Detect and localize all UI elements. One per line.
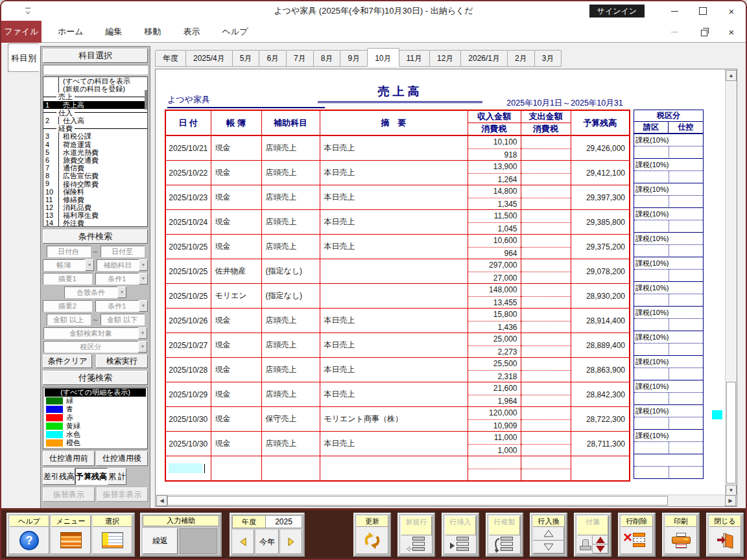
menu-item[interactable]: 編集 [95,21,134,43]
tax-row[interactable]: 課税(10%) [634,257,704,281]
scroll-up-icon[interactable]: ▲ [726,70,737,81]
fusen-search-header[interactable]: 付箋検索 [43,371,148,385]
this-year-button[interactable]: 今年 [255,530,279,554]
month-tab[interactable]: 2025/4月 [185,50,233,67]
tax-row[interactable]: 課税(10%) [634,281,704,306]
fusen-stamp-button[interactable] [577,535,593,554]
ledger-row[interactable]: 2025/10/25 モリエン (指定なし) 148,000 13,455 [165,284,630,309]
account-list-item[interactable]: 売上 [43,93,147,100]
ledger-row[interactable]: 2025/10/21 現金 店頭売上 本日売上 10,100 918 [165,135,630,161]
chevron-down-icon[interactable]: ▾ [85,259,94,271]
account-filter-combo[interactable] [43,65,148,75]
account-list-item[interactable]: 6 旅費交通費 [43,156,147,164]
duplicate-row-button[interactable]: 行複製 [488,515,521,554]
amount-target-select[interactable]: 金額検索対象▾ [43,327,147,339]
chevron-down-icon[interactable]: ▾ [117,286,126,298]
match-condition-select[interactable]: 合致条件▾ [64,286,126,298]
chevron-down-icon[interactable]: ▾ [139,259,148,271]
menu-item[interactable]: ヘルプ [211,21,259,43]
account-list-item[interactable]: (新規の科目を登録) [43,85,147,93]
tax-row[interactable]: 課税(10%) [634,158,704,183]
close-button[interactable]: × [717,1,746,21]
condition1-select[interactable]: 条件1▾ [95,273,148,285]
month-tab[interactable]: 7月 [286,50,314,67]
account-list-item[interactable]: 9 接待交際費 [43,180,147,187]
month-tab[interactable]: 8月 [313,50,341,67]
fusen-show-all[interactable]: (すべての明細を表示) [45,388,146,397]
month-tab[interactable]: 2月 [507,50,535,67]
tax-class-select[interactable]: 税区分▾ [43,341,147,353]
month-tab[interactable]: 11月 [399,50,430,67]
tax-row[interactable]: 課税(10%) [634,207,704,232]
prev-year-button[interactable] [232,530,254,554]
account-list-item[interactable]: (すべての科目を表示 [43,77,147,85]
account-list-item[interactable]: 12 消耗品費 [43,204,147,211]
fusen-down-button[interactable] [593,544,608,554]
before-deduction-button[interactable]: 仕控適用前 [43,451,95,466]
ledger-row[interactable]: 2025/10/30 現金 店頭売上 本日売上 11,000 1,000 [165,432,630,456]
balance-mode-button[interactable]: 予算残高 [75,468,108,485]
chevron-down-icon[interactable]: ▾ [138,341,147,353]
insert-row-button[interactable]: 行挿入 [444,515,477,554]
account-list-item[interactable]: 7 通信費 [43,164,147,172]
ledger-row[interactable]: 2025/10/22 現金 店頭売上 本日売上 13,900 1,264 [165,161,630,185]
swap-down-button[interactable] [533,541,564,554]
menu-file[interactable]: ファイル [1,21,42,43]
account-list-item[interactable]: 11 修繕費 [43,196,147,204]
account-list-item[interactable]: 14 外注費 [43,219,147,227]
child-close-button[interactable]: × [717,22,746,41]
help-button[interactable]: ヘルプ ? [9,515,49,554]
ledger-row[interactable]: 2025/10/28 現金 店頭売上 本日売上 25,500 2,318 [165,358,630,382]
year-value[interactable]: 2025 [266,515,302,528]
account-list-item[interactable]: 仕入 [43,109,147,117]
fusen-color-item[interactable]: 黄緑 [43,422,147,430]
ledger-row[interactable]: 2025/10/26 現金 店頭売上 本日売上 15,800 1,436 [165,309,630,333]
chevron-down-icon[interactable]: ▾ [138,327,147,339]
tax-row[interactable]: 課税(10%) [634,331,704,355]
select-button[interactable]: 選択 [92,515,132,554]
month-tab[interactable]: 12月 [429,50,461,67]
menu-item[interactable]: ホーム [47,21,95,43]
amount-min-field[interactable]: 金額 以上 [47,314,91,325]
chevron-down-icon[interactable]: ▾ [139,300,148,312]
delete-row-button[interactable]: 行削除 × [621,515,653,554]
ledger-row[interactable]: 2025/10/25 佐井物産 (指定なし) 297,000 27,000 [165,259,630,284]
ledger-row[interactable]: 2025/10/30 現金 保守売上 モリエント商事（株） 120,000 10… [165,407,630,432]
ledger-row[interactable]: 2025/10/25 現金 店頭売上 本日売上 10,600 964 [165,235,630,259]
account-list-item[interactable]: 1 売上高 [43,101,147,109]
child-restore-button[interactable] [689,22,717,41]
ledger-row[interactable]: 2025/10/23 現金 店頭売上 本日売上 14,800 1,345 [165,185,630,210]
account-select-header[interactable]: 科目選択 [43,49,148,63]
sub-account-select[interactable]: 補助科目▾ [97,259,148,271]
maximize-button[interactable] [689,1,717,21]
horizontal-scroll-thumb[interactable] [167,496,668,506]
account-list-item[interactable]: 経費 [43,124,147,132]
memo2-field[interactable]: 摘要2 [43,300,92,312]
child-minimize-button[interactable] [660,22,689,41]
update-button[interactable]: 更新 [356,515,388,554]
ledger-row[interactable]: 2025/10/29 現金 店頭売上 本日売上 21,600 1,964 [165,382,630,407]
menu-button[interactable]: メニュー [51,515,91,554]
ledger-row[interactable]: 2025/10/24 現金 店頭売上 本日売上 11,500 1,045 [165,210,630,235]
scroll-left-icon[interactable]: ◀ [156,495,167,506]
fusen-up-button[interactable] [593,535,608,544]
account-list-item[interactable]: 10 保険料 [43,188,147,196]
fusen-color-item[interactable]: 緑 [43,397,147,405]
account-list-item[interactable]: 3 租税公課 [43,132,147,140]
book-select[interactable]: 帳簿▾ [43,259,94,271]
month-tab[interactable]: 9月 [340,50,368,67]
next-year-button[interactable] [280,530,302,554]
month-tab[interactable]: 3月 [534,50,562,67]
scroll-right-icon[interactable]: ▶ [725,495,736,506]
tax-row[interactable]: 課税(10%) [634,183,704,207]
month-tab[interactable]: 5月 [232,50,260,67]
account-list-item[interactable]: 8 広告宣伝費 [43,172,147,180]
date-input-cell[interactable] [169,463,208,473]
month-tab[interactable]: 6月 [259,50,287,67]
tax-row[interactable]: 課税(10%) [634,380,704,404]
tax-row[interactable]: 課税(10%) [634,404,704,429]
signin-button[interactable]: サインイン [589,5,645,18]
vertical-scroll-thumb[interactable] [726,382,736,484]
tax-row[interactable]: 課税(10%) [634,355,704,380]
tax-row[interactable]: 課税(10%) [634,429,704,454]
